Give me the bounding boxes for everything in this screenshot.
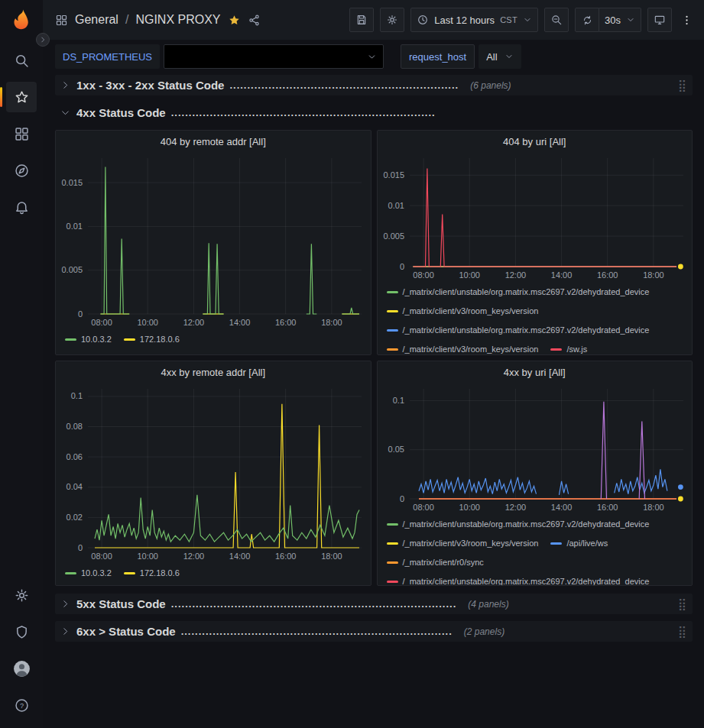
row-header-4xx[interactable]: 4xx Status Code ........................…: [55, 102, 693, 123]
time-range-picker[interactable]: Last 12 hours CST: [410, 8, 538, 32]
sidebar-item-profile[interactable]: [6, 653, 37, 684]
svg-text:08:00: 08:00: [91, 552, 112, 561]
chart-404-by-uri[interactable]: 00.0050.010.01508:0010:0012:0014:0016:00…: [378, 152, 693, 282]
row-panel-count: (6 panels): [470, 80, 511, 91]
row-title-dots: ........................................…: [229, 79, 459, 91]
dashboard-settings-button[interactable]: [380, 8, 404, 32]
chevron-down-icon: [367, 52, 377, 62]
legend-item[interactable]: /sw.js: [550, 344, 587, 354]
dashboards-grid-icon: [55, 14, 68, 27]
panel-title[interactable]: 404 by uri [All]: [378, 131, 693, 152]
row-drag-handle[interactable]: ⣿: [678, 626, 686, 637]
panel-title[interactable]: 4xx by remote addr [All]: [56, 361, 371, 383]
chart-4xx-by-remote-addr[interactable]: 00.020.040.060.080.108:0010:0012:0014:00…: [56, 383, 371, 563]
save-icon: [355, 14, 368, 26]
legend-label: /_matrix/client/v3/room_keys/version: [403, 306, 539, 317]
sidebar-item-explore[interactable]: [6, 155, 37, 186]
legend-item[interactable]: /_matrix/client/unstable/org.matrix.msc2…: [387, 325, 650, 336]
grafana-logo[interactable]: [8, 7, 34, 33]
sidebar-item-dashboards[interactable]: [6, 118, 37, 149]
legend-item[interactable]: 10.0.3.2: [65, 334, 112, 345]
dashboard-canvas: 1xx - 3xx - 2xx Status Code ............…: [43, 72, 704, 728]
dashboards-grid-icon: [14, 126, 30, 142]
svg-text:0.005: 0.005: [61, 265, 83, 274]
monitor-icon: [654, 14, 666, 26]
chart-4xx-by-uri[interactable]: 00.050.108:0010:0012:0014:0016:0018:00: [378, 383, 693, 514]
panel-title[interactable]: 404 by remote addr [All]: [56, 131, 371, 152]
row-header-1xx-3xx-2xx[interactable]: 1xx - 3xx - 2xx Status Code ............…: [55, 75, 693, 95]
request-host-value-text: All: [486, 51, 497, 63]
legend-item[interactable]: 172.18.0.6: [124, 568, 180, 579]
legend-item[interactable]: /_matrix/client/unstable/org.matrix.msc2…: [387, 576, 650, 585]
request-host-variable: request_host All: [401, 44, 521, 69]
legend-item[interactable]: 172.18.0.6: [124, 334, 180, 345]
chevron-down-icon: [60, 108, 70, 118]
svg-text:0.08: 0.08: [67, 422, 83, 431]
svg-text:0.02: 0.02: [67, 513, 83, 522]
more-options-button[interactable]: [678, 8, 695, 32]
refresh-interval-value: 30s: [605, 15, 621, 26]
share-icon[interactable]: [248, 14, 261, 27]
refresh-interval-dropdown[interactable]: 30s: [599, 8, 641, 32]
legend-item[interactable]: /_matrix/client/unstable/org.matrix.msc2…: [387, 286, 650, 298]
tv-mode-button[interactable]: [647, 8, 672, 32]
svg-text:0: 0: [399, 494, 404, 503]
avatar: [12, 659, 31, 678]
breadcrumb-section[interactable]: General: [75, 13, 118, 27]
row-drag-handle[interactable]: ⣿: [678, 598, 686, 610]
legend-item[interactable]: /_matrix/client/r0/sync: [387, 557, 484, 568]
svg-text:0: 0: [78, 309, 83, 319]
request-host-variable-value[interactable]: All: [479, 44, 521, 69]
legend-swatch: [387, 581, 398, 583]
request-host-variable-label[interactable]: request_host: [401, 44, 475, 69]
svg-text:14:00: 14:00: [550, 270, 572, 280]
zoom-out-icon: [550, 14, 563, 26]
svg-text:?: ?: [19, 701, 23, 709]
chevron-down-icon: [626, 15, 635, 24]
sidebar-item-configuration[interactable]: [6, 580, 37, 610]
sidebar-expand-button[interactable]: [36, 33, 50, 47]
row-header-6xx[interactable]: 6xx > Status Code ......................…: [55, 621, 693, 642]
svg-text:0: 0: [399, 262, 404, 271]
legend-swatch: [550, 542, 562, 545]
refresh-button[interactable]: [575, 8, 599, 32]
sidebar-item-help[interactable]: ?: [6, 690, 37, 720]
gear-icon: [386, 14, 398, 26]
chevron-right-icon: [60, 80, 70, 90]
row-title-dots: ........................................…: [181, 626, 453, 637]
legend-item[interactable]: 10.0.3.2: [65, 568, 112, 579]
svg-text:08:00: 08:00: [413, 503, 434, 512]
legend-item[interactable]: /_matrix/client/v3/room_keys/version: [387, 344, 539, 354]
legend-label: 172.18.0.6: [140, 334, 180, 345]
sidebar-item-search[interactable]: [6, 45, 37, 76]
favorite-star-icon[interactable]: [228, 14, 241, 27]
timezone-label: CST: [500, 15, 517, 24]
variables-toolbar: DS_PROMETHEUS request_host All: [43, 40, 704, 72]
datasource-variable-value[interactable]: [164, 44, 384, 69]
row-title: 1xx - 3xx - 2xx Status Code: [76, 79, 224, 92]
refresh-button-group: 30s: [575, 8, 641, 32]
sidebar-item-alerting[interactable]: [6, 192, 37, 222]
legend-item[interactable]: /_matrix/client/v3/room_keys/version: [387, 538, 539, 549]
legend-swatch: [387, 310, 398, 312]
compass-icon: [14, 163, 30, 179]
legend-item[interactable]: /_matrix/client/v3/room_keys/version: [387, 306, 539, 317]
save-dashboard-button[interactable]: [349, 8, 374, 32]
legend-swatch: [387, 291, 398, 293]
row-header-5xx[interactable]: 5xx Status Code ........................…: [55, 594, 693, 614]
chart-svg: 00.0050.010.01508:0010:0012:0014:0016:00…: [56, 152, 371, 329]
sidebar-item-starred[interactable]: [6, 82, 37, 112]
datasource-variable-label[interactable]: DS_PROMETHEUS: [55, 44, 160, 69]
breadcrumb-dashboard-title[interactable]: NGINX PROXY: [135, 13, 220, 27]
chart-404-by-remote-addr[interactable]: 00.0050.010.01508:0010:0012:0014:0016:00…: [56, 152, 371, 329]
row-drag-handle[interactable]: ⣿: [678, 79, 686, 91]
breadcrumb: General / NGINX PROXY: [55, 13, 261, 27]
panel-title[interactable]: 4xx by uri [All]: [378, 361, 693, 383]
legend-swatch: [387, 523, 398, 526]
legend-item[interactable]: /api/live/ws: [550, 538, 608, 549]
panels-grid: 404 by remote addr [All]00.0050.010.0150…: [55, 130, 693, 586]
zoom-out-time-button[interactable]: [544, 8, 569, 32]
chevron-right-icon: [60, 626, 70, 636]
sidebar-item-server-admin[interactable]: [6, 616, 37, 647]
legend-item[interactable]: /_matrix/client/unstable/org.matrix.msc2…: [387, 519, 650, 530]
